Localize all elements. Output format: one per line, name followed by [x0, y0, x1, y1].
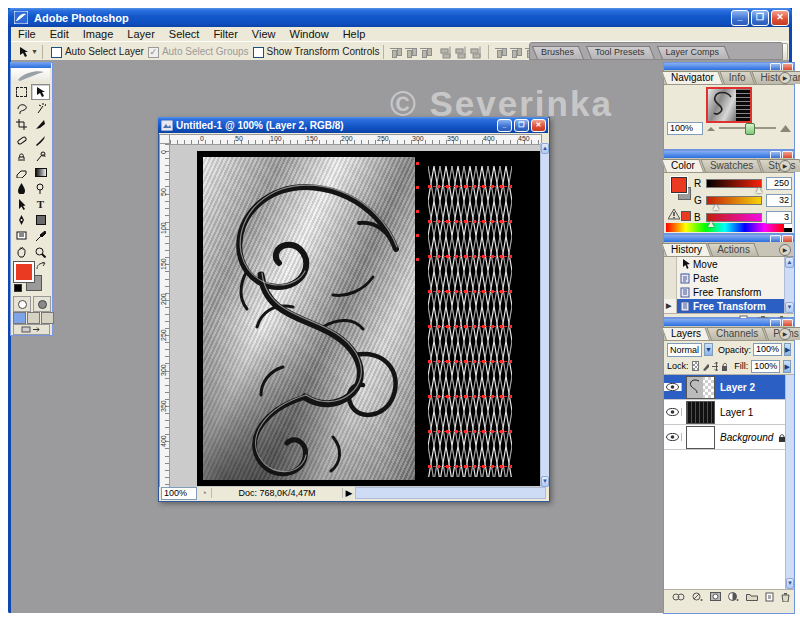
- history-panel-bar[interactable]: [664, 235, 794, 242]
- panel-menu-button[interactable]: ▶: [779, 244, 791, 256]
- marquee-tool[interactable]: [12, 84, 31, 100]
- history-item-move[interactable]: Move: [664, 257, 785, 271]
- move-tool-preset[interactable]: ▼: [17, 46, 38, 58]
- menu-help[interactable]: Help: [336, 28, 373, 40]
- tab-swatches[interactable]: Swatches: [705, 159, 762, 172]
- blend-mode-dropdown-arrow[interactable]: ▼: [704, 343, 713, 356]
- magic-wand-tool[interactable]: [31, 100, 50, 116]
- doc-minimize-button[interactable]: _: [497, 119, 512, 132]
- layer-mask-icon[interactable]: [710, 592, 721, 601]
- crop-tool[interactable]: [12, 116, 31, 132]
- shape-tool[interactable]: [31, 212, 50, 228]
- doc-horizontal-scrollbar[interactable]: [355, 487, 546, 499]
- layer-row-layer1[interactable]: Layer 1: [664, 400, 794, 425]
- clone-stamp-tool[interactable]: [12, 148, 31, 164]
- fullscreen-button[interactable]: [41, 312, 54, 324]
- channel-b-slider[interactable]: [706, 213, 762, 222]
- history-item-paste[interactable]: Paste: [664, 271, 785, 285]
- layer-row-background[interactable]: Background: [664, 425, 794, 450]
- background-thumbnail[interactable]: [686, 426, 715, 449]
- lasso-tool[interactable]: [12, 100, 31, 116]
- layer-style-icon[interactable]: [692, 592, 703, 601]
- doc-size-status[interactable]: Doc: 768,0K/4,47M: [211, 488, 343, 498]
- channel-g-value[interactable]: 32: [766, 194, 792, 207]
- lock-transparency-icon[interactable]: [692, 361, 700, 371]
- zoom-percent-field[interactable]: 100%: [161, 487, 197, 500]
- blend-mode-select[interactable]: Normal: [667, 343, 702, 357]
- lock-paint-icon[interactable]: [702, 362, 709, 371]
- adjustment-layer-icon[interactable]: [728, 592, 739, 601]
- visibility-cell[interactable]: [664, 408, 682, 416]
- tab-navigator[interactable]: Navigator: [666, 71, 723, 84]
- new-group-icon[interactable]: [746, 592, 758, 601]
- toolbox-logo[interactable]: [11, 68, 50, 83]
- navigator-zoom-slider[interactable]: [719, 127, 776, 129]
- opacity-arrow[interactable]: ▶: [784, 343, 791, 356]
- path-selection-tool[interactable]: [12, 196, 31, 212]
- lock-position-icon[interactable]: [712, 362, 719, 371]
- gamut-swatch[interactable]: [681, 211, 691, 221]
- fill-value[interactable]: 100%: [751, 360, 780, 373]
- layer-row-layer2[interactable]: Layer 2: [664, 375, 794, 400]
- tab-color[interactable]: Color: [666, 159, 704, 172]
- b-slider-thumb[interactable]: [708, 221, 714, 227]
- menu-layer[interactable]: Layer: [120, 28, 162, 40]
- layers-panel-bar[interactable]: [664, 319, 794, 326]
- edit-in-imageready-button[interactable]: [13, 324, 50, 335]
- scroll-down-arrow[interactable]: ▼: [785, 302, 794, 313]
- doc-close-button[interactable]: ✕: [531, 119, 546, 132]
- app-title-bar[interactable]: Adobe Photoshop _ ❐ ✕: [8, 8, 792, 27]
- layer1-thumbnail[interactable]: [686, 401, 715, 424]
- history-brush-tool[interactable]: [31, 148, 50, 164]
- restore-button[interactable]: ❐: [751, 10, 769, 26]
- default-colors-icon[interactable]: [14, 284, 22, 292]
- swap-colors-icon[interactable]: [36, 262, 46, 271]
- scroll-down-arrow[interactable]: ▼: [786, 578, 794, 589]
- zoom-in-mountains-icon[interactable]: [780, 123, 791, 133]
- delete-layer-icon[interactable]: [781, 592, 790, 602]
- new-layer-icon[interactable]: [765, 592, 774, 602]
- visibility-cell[interactable]: [664, 383, 682, 391]
- tab-history[interactable]: History: [666, 243, 711, 256]
- auto-select-layer-checkbox[interactable]: [51, 47, 62, 58]
- show-transform-controls-checkbox[interactable]: [253, 47, 264, 58]
- history-item-free-transform-2[interactable]: ▶ Free Transform: [664, 299, 785, 313]
- menu-image[interactable]: Image: [76, 28, 121, 40]
- layer2-thumbnail[interactable]: [686, 376, 715, 399]
- hand-tool[interactable]: [12, 244, 31, 260]
- navigator-zoom-field[interactable]: 100%: [667, 122, 703, 135]
- gradient-tool[interactable]: [31, 164, 50, 180]
- notes-tool[interactable]: [12, 228, 31, 244]
- fill-arrow[interactable]: ▶: [783, 360, 791, 373]
- menu-filter[interactable]: Filter: [206, 28, 244, 40]
- panel-menu-button[interactable]: ▶: [779, 328, 791, 340]
- standard-mode-button[interactable]: [13, 296, 31, 312]
- tab-tool-presets[interactable]: Tool Presets: [591, 46, 655, 59]
- healing-brush-tool[interactable]: [12, 132, 31, 148]
- zoom-out-mountains-icon[interactable]: [707, 124, 715, 132]
- scroll-down-arrow[interactable]: ▼: [541, 476, 549, 487]
- pen-tool[interactable]: [12, 212, 31, 228]
- eraser-tool[interactable]: [12, 164, 31, 180]
- tab-brushes[interactable]: Brushes: [537, 46, 584, 59]
- doc-restore-button[interactable]: ❐: [514, 119, 529, 132]
- close-button[interactable]: ✕: [771, 10, 789, 26]
- layers-scrollbar[interactable]: ▼: [785, 375, 794, 589]
- document-title-bar[interactable]: Untitled-1 @ 100% (Layer 2, RGB/8) _ ❐ ✕: [158, 117, 548, 133]
- lock-all-icon[interactable]: [721, 362, 727, 371]
- menu-view[interactable]: View: [245, 28, 283, 40]
- slice-tool[interactable]: [31, 116, 50, 132]
- minimize-button[interactable]: _: [731, 10, 749, 26]
- menu-select[interactable]: Select: [162, 28, 207, 40]
- menu-file[interactable]: File: [11, 28, 43, 40]
- history-state-slider[interactable]: ▶: [664, 299, 677, 313]
- history-item-free-transform-1[interactable]: Free Transform: [664, 285, 785, 299]
- tab-histogram[interactable]: Histogram: [756, 71, 800, 84]
- eyedropper-tool[interactable]: [31, 228, 50, 244]
- panel-fg-swatch[interactable]: [671, 177, 687, 193]
- color-panel-bar[interactable]: [664, 151, 794, 158]
- gamut-warning-icon[interactable]: [668, 209, 680, 220]
- tab-channels[interactable]: Channels: [711, 327, 767, 340]
- vertical-ruler[interactable]: 0 50 100 150 200 250 300 350 400: [159, 143, 170, 489]
- navigator-proxy-view[interactable]: [706, 87, 752, 123]
